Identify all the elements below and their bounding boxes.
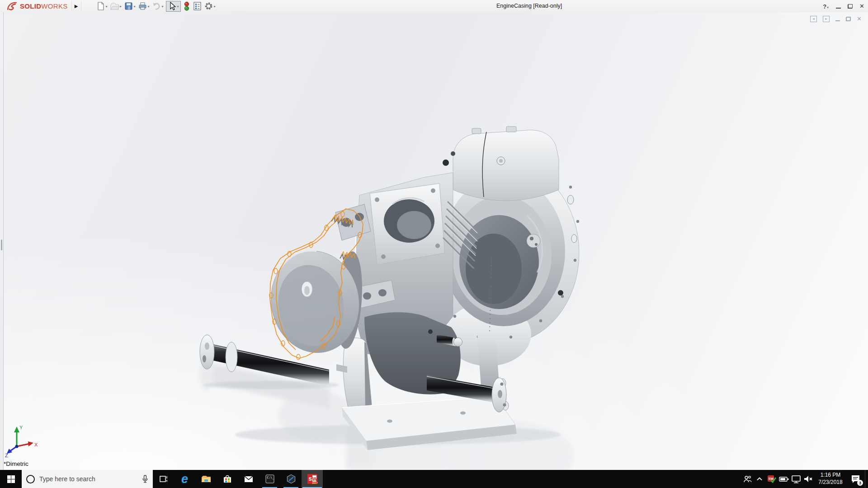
people-button[interactable] [741, 470, 753, 488]
taskbar-search[interactable] [22, 470, 153, 488]
pane-left-icon[interactable]: ◂ [810, 16, 817, 22]
file-properties-icon [193, 1, 202, 11]
dropdown-caret-icon[interactable]: ▾ [214, 5, 216, 9]
view-orientation-label: *Dimetric [4, 460, 28, 467]
window-title: EngineCasing [Read-only] [496, 3, 562, 9]
mail-button[interactable] [238, 470, 259, 488]
doc-restore-icon[interactable] [846, 17, 851, 21]
doc-minimize-icon[interactable] [835, 20, 840, 21]
volume-button[interactable] [802, 470, 814, 488]
composer-hexagon-icon [286, 474, 297, 484]
power-button[interactable] [778, 470, 790, 488]
clock-date: 7/23/2018 [818, 479, 842, 486]
show-desktop-button[interactable] [865, 470, 868, 488]
svg-text:W: W [312, 476, 317, 482]
arrow-right-icon: ▶ [75, 4, 78, 9]
doc-close-icon[interactable]: ✕ [857, 15, 862, 22]
print-icon [138, 1, 147, 11]
microsoft-store-button[interactable] [217, 470, 238, 488]
notification-badge: 3 [857, 480, 863, 486]
triad-z-label: Z [5, 453, 8, 458]
network-icon [791, 474, 802, 484]
logo-text-works: WORKS [41, 2, 67, 10]
dropdown-caret-icon[interactable]: ▾ [106, 5, 108, 9]
dropdown-caret-icon[interactable]: ▾ [120, 5, 122, 9]
restore-icon[interactable] [848, 4, 853, 9]
close-icon[interactable]: ✕ [859, 3, 864, 9]
cortana-icon [26, 475, 35, 483]
svg-text:SW: SW [768, 477, 774, 480]
command-prompt-icon: C:\_ [264, 474, 275, 484]
chevron-up-icon [755, 475, 764, 483]
options-gear-icon [204, 1, 213, 11]
help-button[interactable]: ?▾ [823, 2, 829, 10]
svg-text:S: S [308, 476, 311, 482]
mail-icon [243, 474, 254, 484]
dropdown-caret-icon[interactable]: ▾ [148, 5, 150, 9]
solidworks-2017-icon: S W 2017 [307, 473, 318, 485]
action-center-button[interactable]: 3 [847, 470, 865, 488]
titlebar: SOLIDWORKS ▶ ▾ ▾ [0, 0, 868, 13]
taskbar-clock[interactable]: 1:16 PM 7/23/2018 [814, 470, 847, 488]
dropdown-caret-icon[interactable]: ▾ [134, 5, 136, 9]
window-controls: ?▾ ✕ [823, 0, 864, 12]
windows-taskbar: e [0, 470, 868, 488]
battery-icon [778, 474, 789, 484]
speaker-muted-icon [803, 474, 814, 484]
open-icon [110, 1, 119, 11]
dropdown-caret-icon[interactable]: ▾ [827, 5, 829, 9]
save-icon [124, 1, 133, 11]
engine-casing-3d-model[interactable] [0, 12, 868, 470]
svg-text:C:\_: C:\_ [267, 476, 274, 479]
command-prompt-button[interactable]: C:\_ [259, 470, 280, 488]
minimize-icon[interactable] [836, 8, 841, 9]
task-view-button[interactable] [153, 470, 174, 488]
splitter-handle[interactable] [1, 239, 2, 250]
start-button[interactable] [0, 470, 22, 488]
dropdown-caret-icon[interactable]: ▾ [162, 5, 164, 9]
print-button[interactable]: ▾ [137, 0, 151, 12]
feature-manager-splitter[interactable] [0, 12, 4, 470]
rebuild-traffic-light-icon [183, 1, 191, 11]
document-window-controls: ◂ ▸ ✕ [810, 15, 862, 22]
edge-button[interactable]: e [174, 470, 195, 488]
file-properties-button[interactable] [192, 0, 203, 12]
solidworks-logo-mark-icon [6, 2, 18, 11]
solidworks-window: SOLIDWORKS ▶ ▾ ▾ [0, 0, 868, 488]
svg-text:2017: 2017 [312, 482, 317, 484]
tray-expand-button[interactable] [753, 470, 765, 488]
save-button[interactable]: ▾ [123, 0, 137, 12]
undo-button[interactable]: ▾ [151, 0, 165, 12]
solidworks-check-icon: SW [767, 474, 777, 484]
clock-time: 1:16 PM [821, 472, 841, 479]
triad-x-label: X [34, 442, 38, 447]
select-cursor-icon [167, 1, 177, 11]
network-button[interactable] [790, 470, 802, 488]
graphics-viewport[interactable]: ◂ ▸ ✕ Y X Z *Dimetric [0, 12, 868, 470]
logo-text-solid: SOLID [20, 2, 41, 10]
solidworks-logo: SOLIDWORKS [6, 0, 68, 12]
edge-icon: e [181, 473, 188, 485]
triad-y-label: Y [19, 425, 23, 430]
solidworks-status-button[interactable]: SW [765, 470, 778, 488]
undo-icon [152, 1, 161, 11]
composer-button[interactable] [280, 470, 302, 488]
system-tray: SW [741, 470, 868, 488]
taskbar-icons: e [153, 470, 323, 488]
file-explorer-button[interactable] [195, 470, 217, 488]
new-document-button[interactable]: ▾ [95, 0, 109, 12]
open-button[interactable]: ▾ [109, 0, 123, 12]
search-input[interactable] [38, 475, 126, 483]
orientation-triad[interactable]: Y X Z [2, 424, 38, 458]
pane-right-icon[interactable]: ▸ [823, 16, 830, 22]
microphone-icon[interactable] [141, 474, 149, 483]
solidworks-2017-button[interactable]: S W 2017 [302, 470, 323, 488]
select-button[interactable]: ▾ [166, 1, 181, 12]
options-button[interactable]: ▾ [203, 0, 217, 12]
menu-flyout-button[interactable]: ▶ [71, 1, 81, 11]
windows-logo-icon [7, 475, 15, 483]
dropdown-caret-icon[interactable]: ▾ [177, 5, 179, 9]
task-view-icon [159, 474, 169, 484]
rebuild-button[interactable] [182, 0, 192, 12]
main-toolbar: ▾ ▾ ▾ [95, 0, 217, 12]
